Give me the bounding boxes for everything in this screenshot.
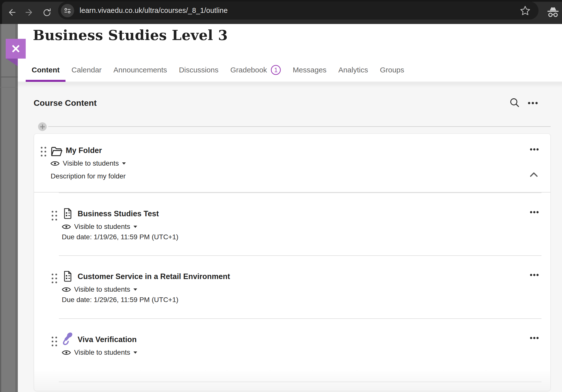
gradebook-count-badge: 1 bbox=[271, 65, 281, 75]
content-heading: Course Content bbox=[34, 98, 97, 108]
site-settings-icon[interactable] bbox=[61, 4, 74, 17]
panel-seam bbox=[0, 77, 18, 77]
item-divider bbox=[59, 318, 541, 319]
drag-handle[interactable] bbox=[52, 211, 57, 221]
dimmed-background-panel bbox=[0, 24, 18, 392]
drag-handle[interactable] bbox=[52, 337, 57, 347]
item-divider bbox=[59, 255, 541, 256]
panel-seam bbox=[0, 87, 18, 87]
folder-title[interactable]: My Folder bbox=[66, 146, 102, 155]
item-visibility-label: Visible to students bbox=[74, 223, 130, 231]
search-icon[interactable] bbox=[509, 97, 520, 108]
course-page: Business Studies Level 3 Content Calenda… bbox=[18, 24, 562, 392]
item-divider bbox=[59, 382, 541, 382]
tab-analytics[interactable]: Analytics bbox=[332, 60, 374, 82]
card-bottom-fade bbox=[34, 370, 550, 391]
close-button-fold bbox=[6, 59, 18, 66]
panel-left-edge bbox=[0, 24, 1, 392]
content-options-kebab-icon[interactable] bbox=[527, 98, 538, 109]
back-button[interactable] bbox=[6, 7, 17, 18]
tab-announcements[interactable]: Announcements bbox=[108, 60, 173, 82]
close-course-peek-button[interactable] bbox=[6, 39, 26, 59]
item-title[interactable]: Viva Verification bbox=[78, 335, 137, 344]
caret-down-icon bbox=[133, 288, 137, 291]
item-visibility-dropdown[interactable]: Visible to students bbox=[62, 348, 137, 356]
folder-visibility-dropdown[interactable]: Visible to students bbox=[50, 159, 126, 167]
tab-messages[interactable]: Messages bbox=[287, 60, 332, 82]
course-title: Business Studies Level 3 bbox=[33, 27, 228, 43]
reload-button[interactable] bbox=[42, 7, 52, 18]
caret-down-icon bbox=[133, 351, 137, 354]
drag-handle[interactable] bbox=[52, 274, 57, 284]
item-visibility-label: Visible to students bbox=[74, 285, 130, 293]
content-item-customer-service: Customer Service in a Retail Environment… bbox=[34, 255, 550, 318]
item-options-kebab-icon[interactable] bbox=[529, 208, 539, 216]
course-content-card: My Folder Visible to students Descriptio… bbox=[34, 133, 551, 391]
incognito-icon bbox=[546, 6, 560, 18]
folder-row: My Folder Visible to students Descriptio… bbox=[34, 134, 550, 193]
item-visibility-dropdown[interactable]: Visible to students bbox=[62, 223, 137, 231]
course-tab-bar: Content Calendar Announcements Discussio… bbox=[26, 60, 410, 82]
test-document-icon bbox=[62, 270, 74, 283]
course-header: Business Studies Level 3 Content Calenda… bbox=[18, 24, 562, 82]
test-document-icon bbox=[62, 207, 74, 220]
folder-icon bbox=[50, 146, 63, 157]
item-options-kebab-icon[interactable] bbox=[529, 334, 539, 342]
item-options-kebab-icon[interactable] bbox=[529, 271, 539, 279]
tab-discussions[interactable]: Discussions bbox=[173, 60, 224, 82]
folder-item-list: Business Studies Test Visible to student… bbox=[34, 193, 550, 372]
bookmark-star-icon[interactable] bbox=[520, 5, 531, 16]
item-visibility-dropdown[interactable]: Visible to students bbox=[62, 285, 137, 293]
tab-calendar[interactable]: Calendar bbox=[65, 60, 108, 82]
folder-description: Description for my folder bbox=[51, 172, 126, 180]
add-content-button[interactable] bbox=[38, 122, 47, 131]
browser-chrome: learn.vivaedu.co.uk/ultra/courses/_8_1/o… bbox=[0, 0, 562, 24]
item-due-date: Due date: 1/19/26, 11:59 PM (UTC+1) bbox=[62, 233, 178, 241]
forward-button[interactable] bbox=[24, 7, 35, 18]
folder-options-kebab-icon[interactable] bbox=[529, 145, 539, 153]
url-text: learn.vivaedu.co.uk/ultra/courses/_8_1/o… bbox=[80, 6, 228, 15]
item-divider bbox=[59, 193, 541, 193]
item-due-date: Due date: 1/29/26, 11:59 PM (UTC+1) bbox=[62, 296, 178, 304]
tab-content[interactable]: Content bbox=[26, 60, 65, 82]
caret-down-icon bbox=[133, 226, 137, 228]
caret-down-icon bbox=[122, 162, 126, 165]
add-content-divider bbox=[48, 126, 551, 127]
tab-gradebook[interactable]: Gradebook 1 bbox=[224, 60, 287, 82]
screen: learn.vivaedu.co.uk/ultra/courses/_8_1/o… bbox=[0, 0, 562, 392]
item-title[interactable]: Business Studies Test bbox=[78, 209, 159, 218]
microphone-icon bbox=[61, 332, 74, 346]
content-area: Course Content bbox=[18, 83, 562, 392]
collapse-folder-chevron-up-icon[interactable] bbox=[529, 171, 539, 180]
content-item-business-studies-test: Business Studies Test Visible to student… bbox=[34, 193, 550, 255]
item-visibility-label: Visible to students bbox=[74, 348, 130, 356]
drag-handle[interactable] bbox=[41, 147, 46, 157]
tab-groups[interactable]: Groups bbox=[374, 60, 410, 82]
address-bar[interactable]: learn.vivaedu.co.uk/ultra/courses/_8_1/o… bbox=[58, 1, 539, 20]
item-title[interactable]: Customer Service in a Retail Environment bbox=[78, 272, 230, 281]
panel-right-edge bbox=[15, 24, 18, 392]
folder-visibility-label: Visible to students bbox=[63, 159, 119, 167]
content-item-viva-verification: Viva Verification Visible to students bbox=[34, 318, 550, 372]
